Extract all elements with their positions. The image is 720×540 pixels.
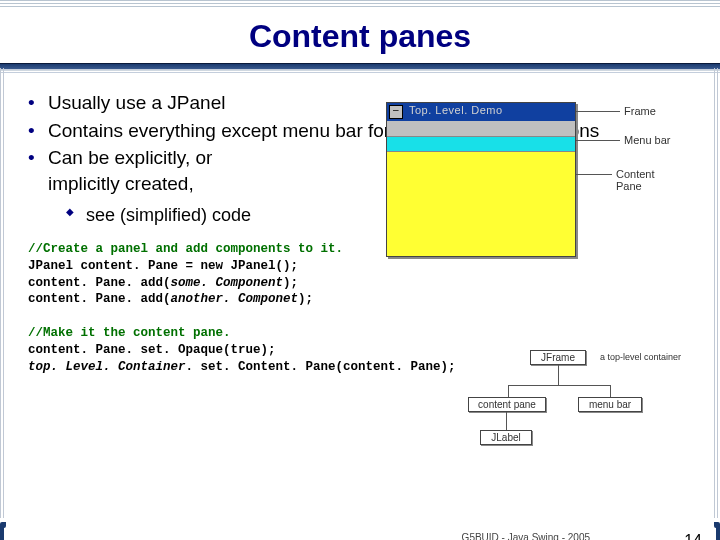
diagram-content-area [387, 151, 575, 256]
diagram-label-frame: Frame [624, 105, 656, 117]
footer-caption: G5BUID - Java Swing - 2005 [462, 532, 590, 540]
decorative-left-gutter [0, 68, 6, 518]
decorative-right-gutter [714, 68, 720, 518]
diagram-node-contentpane: content pane [468, 397, 546, 412]
connector-line [508, 385, 509, 397]
diagram-window-layers: Top. Level. Demo Frame Menu bar Content … [380, 96, 680, 266]
system-menu-icon [389, 105, 403, 119]
diagram-titlebar: Top. Level. Demo [387, 103, 575, 121]
bullet-text-continued: implicitly created, [28, 171, 194, 197]
code-line: JPanel content. Pane = new JPanel(); [28, 259, 298, 273]
diagram-cyan-strip [387, 137, 575, 151]
leader-line [576, 174, 612, 175]
code-line: content. Pane. set. Opaque(true); [28, 343, 276, 357]
code-line: content. Pane. add( [28, 292, 171, 306]
diagram-node-jframe: JFrame [530, 350, 586, 365]
slide-title: Content panes [0, 0, 720, 63]
corner-ornament-right [706, 522, 720, 540]
corner-ornament-left [0, 522, 14, 540]
code-line: ); [298, 292, 313, 306]
connector-line [506, 412, 507, 430]
diagram-frame: Top. Level. Demo [386, 102, 576, 257]
diagram-annotation: a top-level container [600, 352, 681, 362]
title-divider [0, 63, 720, 77]
slide-number: 14 [684, 532, 702, 540]
code-line: content. Pane. add( [28, 276, 171, 290]
diagram-menubar-area [387, 121, 575, 137]
code-line: . set. Content. Pane(content. Pane); [186, 360, 456, 374]
leader-line [576, 111, 620, 112]
connector-line [558, 365, 559, 385]
code-line: ); [283, 276, 298, 290]
code-italic: top. Level. Container [28, 360, 186, 374]
diagram-hierarchy: JFrame a top-level container content pan… [450, 350, 700, 500]
diagram-node-jlabel: JLabel [480, 430, 532, 445]
diagram-window-caption: Top. Level. Demo [409, 104, 503, 116]
connector-line [508, 385, 610, 386]
diagram-node-menubar: menu bar [578, 397, 642, 412]
code-italic: another. Componet [171, 292, 299, 306]
code-italic: some. Component [171, 276, 284, 290]
code-comment: //Make it the content pane. [28, 326, 231, 340]
leader-line [576, 140, 620, 141]
code-comment: //Create a panel and add components to i… [28, 242, 343, 256]
diagram-label-menubar: Menu bar [624, 134, 670, 146]
diagram-label-contentpane: Content Pane [616, 168, 680, 192]
connector-line [610, 385, 611, 397]
bullet-text: Can be explicitly, or [48, 147, 212, 168]
decorative-top-lines [0, 0, 720, 8]
